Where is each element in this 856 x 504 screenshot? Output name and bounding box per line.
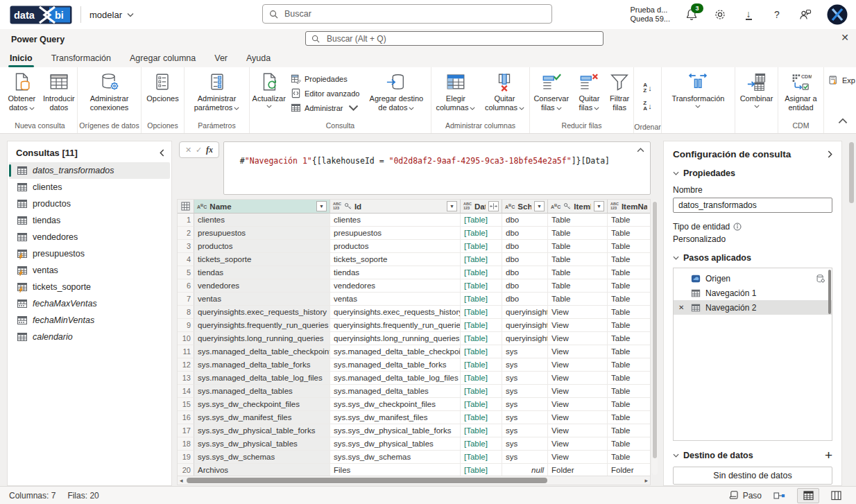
grid-cell[interactable]: sys.managed_delta_table_forks (194, 358, 330, 372)
agregar-destino-button[interactable]: Agregar destino de datos (362, 69, 430, 112)
expand-column-button[interactable] (488, 201, 499, 211)
grid-cell[interactable]: Table (608, 253, 651, 266)
query-item-vendedores[interactable]: vendedores (9, 229, 170, 245)
grid-cell[interactable]: Table (608, 411, 651, 424)
step-settings-icon[interactable] (816, 274, 825, 284)
grid-cell[interactable]: Table (608, 306, 651, 319)
chevron-down-icon[interactable] (673, 256, 679, 260)
grid-cell[interactable]: View (548, 385, 608, 398)
row-number[interactable]: 18 (178, 437, 194, 451)
grid-cell[interactable]: sys.sys_dw_physical_table_forks (330, 424, 461, 437)
grid-cell[interactable]: vendedores (330, 279, 461, 293)
grid-cell[interactable]: queryinsights.frequently_run_queries (194, 319, 330, 332)
grid-cell[interactable]: Table (548, 266, 608, 279)
table-link-cell[interactable]: [Table] (461, 358, 502, 372)
diagram-view-button[interactable] (773, 491, 785, 501)
table-link-cell[interactable]: [Table] (461, 214, 502, 227)
grid-cell[interactable]: dbo (502, 253, 548, 266)
collapse-panel-icon[interactable] (828, 150, 832, 158)
collapse-ribbon-button[interactable] (838, 118, 848, 124)
column-header-itemkind[interactable]: ABCItemKind▼ (548, 200, 608, 214)
tab-ver[interactable]: Ver (214, 53, 228, 67)
step-navegación-1[interactable]: Navegación 1 (674, 286, 832, 300)
grid-cell[interactable]: View (548, 411, 608, 424)
row-number[interactable]: 13 (178, 372, 194, 385)
obtener-datos-button[interactable]: Obtener datos (3, 69, 41, 112)
grid-cell[interactable]: Table (608, 240, 651, 253)
grid-cell[interactable]: presupuestos (330, 227, 461, 240)
table-link-cell[interactable]: [Table] (461, 319, 502, 332)
global-search[interactable] (262, 4, 552, 24)
grid-cell[interactable]: Table (608, 345, 651, 358)
administrar-parametros-button[interactable]: Administrar parámetros (185, 69, 249, 112)
grid-cell[interactable]: presupuestos (194, 227, 330, 240)
query-item-productos[interactable]: productos (9, 195, 170, 212)
grid-cell[interactable]: Table (608, 293, 651, 306)
table-link-cell[interactable]: [Table] (461, 451, 502, 464)
table-link-cell[interactable]: [Table] (461, 240, 502, 253)
grid-cell[interactable]: ventas (194, 293, 330, 306)
row-number[interactable]: 9 (178, 319, 194, 332)
scrollbar-thumb[interactable] (653, 202, 657, 458)
query-item-ventas[interactable]: ventas (9, 262, 170, 279)
grid-cell[interactable]: View (548, 332, 608, 345)
grid-cell[interactable]: View (548, 319, 608, 332)
grid-cell[interactable]: sys.sys_dw_physical_tables (330, 437, 461, 451)
asignar-entidad-button[interactable]: Asignar a entidad (778, 69, 823, 112)
table-link-cell[interactable]: [Table] (461, 437, 502, 451)
table-link-cell[interactable]: [Table] (461, 306, 502, 319)
grid-cell[interactable]: View (548, 372, 608, 385)
table-link-cell[interactable]: [Table] (461, 266, 502, 279)
chevron-down-icon[interactable] (673, 171, 679, 175)
grid-cell[interactable]: ventas (330, 293, 461, 306)
grid-cell[interactable]: sys (502, 398, 548, 411)
grid-cell[interactable]: Table (608, 437, 651, 451)
grid-cell[interactable]: productos (330, 240, 461, 253)
quitar-columnas-button[interactable]: Quitar columnas (480, 69, 529, 112)
row-number[interactable]: 2 (178, 227, 194, 240)
commit-formula-icon[interactable]: ✓ (196, 146, 202, 155)
scroll-right-icon[interactable]: ▸ (644, 476, 648, 485)
tab-agregar-columna[interactable]: Agregar columna (130, 53, 196, 67)
grid-cell[interactable]: Table (548, 240, 608, 253)
row-number[interactable]: 1 (178, 214, 194, 227)
grid-cell[interactable]: clientes (194, 214, 330, 227)
scrollbar-thumb[interactable] (849, 142, 854, 203)
grid-cell[interactable]: queryinsights.long_running_queries (330, 332, 461, 345)
grid-cell[interactable]: sys (502, 372, 548, 385)
tab-transformación[interactable]: Transformación (51, 53, 111, 67)
grid-cell[interactable]: Table (608, 227, 651, 240)
row-number[interactable]: 16 (178, 411, 194, 424)
grid-cell[interactable]: sys.sys_dw_checkpoint_files (330, 398, 461, 411)
column-header-schema[interactable]: ABCSchema▼ (502, 200, 548, 214)
grid-cell[interactable]: dbo (502, 266, 548, 279)
column-header-data[interactable]: ABC123Data (461, 200, 502, 214)
row-number[interactable]: 15 (178, 398, 194, 411)
query-item-fechaMinVentas[interactable]: fechaMinVentas (9, 312, 170, 329)
window-scrollbar[interactable] (849, 142, 854, 485)
collapse-formula-icon[interactable] (637, 148, 644, 153)
table-link-cell[interactable]: [Table] (461, 279, 502, 293)
query-item-fechaMaxVentas[interactable]: fechaMaxVentas (9, 295, 170, 312)
grid-cell[interactable]: Table (608, 279, 651, 293)
grid-cell[interactable]: queryinsights (502, 319, 548, 332)
filtrar-filas-button[interactable]: Filtrar filas (606, 69, 633, 112)
row-number[interactable]: 7 (178, 293, 194, 306)
add-destination-button[interactable]: + (825, 450, 832, 461)
grid-cell[interactable]: Table (548, 279, 608, 293)
row-number[interactable]: 4 (178, 253, 194, 266)
grid-cell[interactable]: Table (608, 332, 651, 345)
grid-cell[interactable]: sys (502, 424, 548, 437)
elegir-columnas-button[interactable]: Elegir columnas (431, 69, 480, 112)
account-avatar[interactable] (827, 4, 848, 25)
grid-cell[interactable]: sys.sys_dw_schemas (194, 451, 330, 464)
row-number[interactable]: 8 (178, 306, 194, 319)
grid-cell[interactable]: Table (548, 227, 608, 240)
workspace-switcher[interactable]: modelar (89, 10, 134, 20)
grid-cell[interactable]: dbo (502, 227, 548, 240)
grid-cell[interactable]: sys.sys_dw_manifest_files (194, 411, 330, 424)
combinar-button[interactable]: Combinar (738, 69, 776, 108)
grid-cell[interactable]: Table (608, 372, 651, 385)
grid-cell[interactable]: sys.managed_delta_table_log_files (330, 372, 461, 385)
grid-cell[interactable]: queryinsights.exec_requests_history (194, 306, 330, 319)
